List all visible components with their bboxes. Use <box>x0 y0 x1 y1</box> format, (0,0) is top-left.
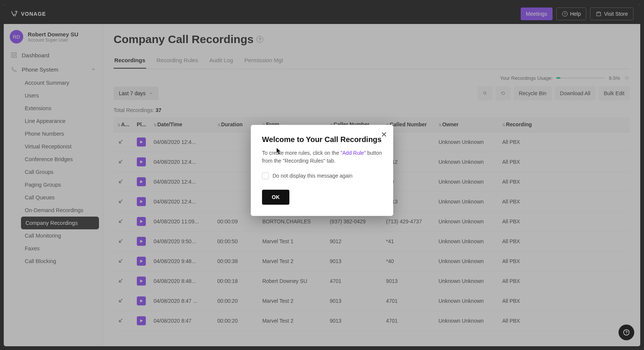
modal-body: To create more rules, click on the "Add … <box>262 149 382 165</box>
dont-show-checkbox[interactable] <box>262 172 269 179</box>
add-rule-link[interactable]: "Add Rule" <box>340 150 366 156</box>
welcome-modal: ✕ Welcome to Your Call Recordings To cre… <box>251 125 393 216</box>
close-button[interactable]: ✕ <box>381 130 387 139</box>
help-icon: ? <box>623 329 630 336</box>
ok-button[interactable]: OK <box>262 190 289 205</box>
checkbox-label: Do not display this message again <box>273 173 352 179</box>
help-fab[interactable]: ? <box>619 325 634 340</box>
svg-text:?: ? <box>625 330 628 335</box>
modal-title: Welcome to Your Call Recordings <box>262 135 382 144</box>
